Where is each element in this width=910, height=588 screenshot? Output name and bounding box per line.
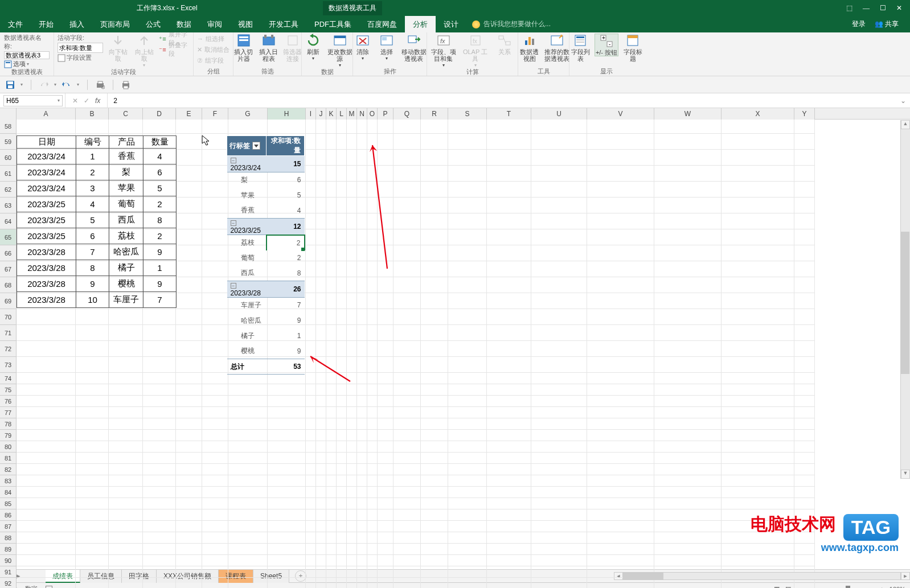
cell-N75[interactable] (357, 384, 367, 396)
cell-L71[interactable] (337, 325, 347, 341)
insert-slicer-button[interactable]: 插入切片器 (233, 34, 255, 62)
cell-E69[interactable] (176, 293, 202, 309)
cell-K76[interactable] (326, 396, 337, 407)
cell-Q76[interactable] (393, 396, 421, 407)
cell-S63[interactable] (448, 198, 487, 213)
cell-R61[interactable] (421, 166, 448, 182)
cell-S82[interactable] (448, 464, 487, 475)
cell-D78[interactable] (143, 418, 176, 430)
cell-J58[interactable] (316, 120, 326, 134)
cell-M77[interactable] (347, 407, 357, 418)
cell-U84[interactable] (531, 487, 587, 498)
cell-I78[interactable] (306, 418, 316, 430)
cell-U74[interactable] (531, 373, 587, 384)
cell-N90[interactable] (357, 555, 367, 566)
cell-Q68[interactable] (393, 277, 421, 293)
cell-H90[interactable] (268, 555, 306, 566)
cell-X84[interactable] (722, 487, 794, 498)
cell-V82[interactable] (587, 464, 654, 475)
cell-Q83[interactable] (393, 475, 421, 487)
cell-K62[interactable] (326, 182, 337, 198)
cell-G89[interactable] (228, 544, 268, 555)
login-button[interactable]: 登录 (852, 19, 866, 29)
cell-C85[interactable] (109, 498, 143, 509)
cell-C83[interactable] (109, 475, 143, 487)
row-header-60[interactable]: 60 (0, 150, 17, 166)
cell-E79[interactable] (176, 430, 202, 441)
cell-A75[interactable] (17, 384, 76, 396)
cell-C90[interactable] (109, 555, 143, 566)
row-header-92[interactable]: 92 (0, 578, 17, 588)
cell-P78[interactable] (378, 418, 393, 430)
cell-T86[interactable] (487, 509, 531, 521)
cell-K71[interactable] (326, 325, 337, 341)
cell-R64[interactable] (421, 213, 448, 229)
tab-data[interactable]: 数据 (169, 16, 199, 32)
cell-J64[interactable] (316, 213, 326, 229)
cell-P69[interactable] (378, 293, 393, 309)
cell-O83[interactable] (367, 475, 378, 487)
cell-A89[interactable] (17, 544, 76, 555)
cell-M87[interactable] (347, 521, 357, 532)
cell-I89[interactable] (306, 544, 316, 555)
cell-L86[interactable] (337, 509, 347, 521)
cell-E87[interactable] (176, 521, 202, 532)
cell-M88[interactable] (347, 532, 357, 544)
cell-M80[interactable] (347, 441, 357, 453)
col-header-L[interactable]: L (337, 108, 347, 120)
cell-F69[interactable] (202, 293, 228, 309)
row-header-81[interactable]: 81 (0, 453, 17, 464)
cell-L67[interactable] (337, 261, 347, 277)
cell-Q70[interactable] (393, 309, 421, 325)
cell-W64[interactable] (654, 213, 722, 229)
cell-C81[interactable] (109, 453, 143, 464)
cell-C79[interactable] (109, 430, 143, 441)
cell-K88[interactable] (326, 532, 337, 544)
row-header-70[interactable]: 70 (0, 309, 17, 325)
cell-L84[interactable] (337, 487, 347, 498)
cell-M83[interactable] (347, 475, 357, 487)
cell-K66[interactable] (326, 245, 337, 261)
fields-items-sets-button[interactable]: fx 字段、项目和集▾ (429, 34, 458, 68)
cell-T68[interactable] (487, 277, 531, 293)
cell-A71[interactable] (17, 325, 76, 341)
cell-R79[interactable] (421, 430, 448, 441)
cell-W83[interactable] (654, 475, 722, 487)
cell-E66[interactable] (176, 245, 202, 261)
cell-S69[interactable] (448, 293, 487, 309)
col-header-C[interactable]: C (109, 108, 143, 120)
cell-V71[interactable] (587, 325, 654, 341)
cell-M61[interactable] (347, 166, 357, 182)
cell-B58[interactable] (76, 120, 109, 134)
col-header-Q[interactable]: Q (393, 108, 421, 120)
cell-C84[interactable] (109, 487, 143, 498)
cell-P75[interactable] (378, 384, 393, 396)
cell-E72[interactable] (176, 341, 202, 357)
cell-Q77[interactable] (393, 407, 421, 418)
cell-T63[interactable] (487, 198, 531, 213)
cell-A85[interactable] (17, 498, 76, 509)
cell-S87[interactable] (448, 521, 487, 532)
cell-O72[interactable] (367, 341, 378, 357)
cell-P90[interactable] (378, 555, 393, 566)
cell-V68[interactable] (587, 277, 654, 293)
cell-B88[interactable] (76, 532, 109, 544)
cell-K68[interactable] (326, 277, 337, 293)
cell-A74[interactable] (17, 373, 76, 384)
cell-U79[interactable] (531, 430, 587, 441)
cell-T92[interactable] (487, 578, 531, 588)
cell-A78[interactable] (17, 418, 76, 430)
cell-W63[interactable] (654, 198, 722, 213)
cell-Y61[interactable] (794, 166, 815, 182)
cell-M64[interactable] (347, 213, 357, 229)
cell-S71[interactable] (448, 325, 487, 341)
cell-W90[interactable] (654, 555, 722, 566)
cell-E73[interactable] (176, 357, 202, 373)
cell-E76[interactable] (176, 396, 202, 407)
cell-D87[interactable] (143, 521, 176, 532)
cell-S59[interactable] (448, 134, 487, 150)
cell-B75[interactable] (76, 384, 109, 396)
cell-R89[interactable] (421, 544, 448, 555)
cell-N84[interactable] (357, 487, 367, 498)
cell-O71[interactable] (367, 325, 378, 341)
